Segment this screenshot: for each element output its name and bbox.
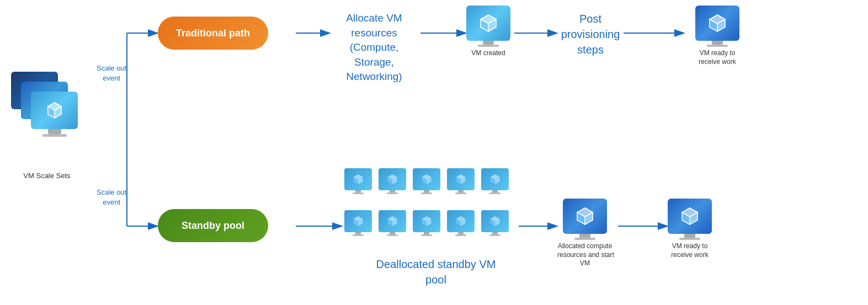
grid-vm-2 bbox=[376, 168, 408, 208]
vm-created-icon: VM created bbox=[466, 6, 510, 58]
cube-allocated bbox=[574, 205, 596, 227]
vm-created-monitor bbox=[466, 6, 510, 41]
grid-vm-5 bbox=[479, 168, 511, 208]
diagram: VM Scale Sets Scale out event Scale out … bbox=[0, 0, 868, 305]
standby-pool-pill: Standby pool bbox=[158, 209, 268, 242]
allocated-compute-monitor bbox=[563, 199, 607, 234]
cube-vm-ready-top bbox=[706, 12, 728, 34]
grid-vm-6 bbox=[342, 210, 374, 250]
cube-icon-front bbox=[45, 100, 65, 120]
deallocated-pool-label: Deallocated standby VM pool bbox=[353, 256, 519, 287]
allocate-vm-label: Allocate VM resources (Compute, Storage,… bbox=[330, 11, 418, 84]
grid-vm-7 bbox=[376, 210, 408, 250]
cube-vm-ready-bottom bbox=[679, 205, 701, 227]
scale-out-top-label: Scale out event bbox=[97, 63, 126, 83]
allocated-compute-icon: Allocated compute resources and start VM bbox=[557, 199, 613, 268]
scale-out-bottom-label: Scale out event bbox=[97, 188, 126, 207]
vm-ready-bottom-icon: VM ready to receive work bbox=[668, 199, 712, 259]
grid-vm-8 bbox=[411, 210, 443, 250]
vm-grid-standby bbox=[342, 168, 511, 250]
cube-vm-created bbox=[477, 12, 499, 34]
vm-ready-bottom-monitor bbox=[668, 199, 712, 234]
traditional-path-pill: Traditional path bbox=[158, 17, 268, 50]
vm-stack-front bbox=[31, 92, 78, 129]
grid-vm-1 bbox=[342, 168, 374, 208]
vm-scale-sets-label: VM Scale Sets bbox=[11, 171, 83, 181]
grid-vm-10 bbox=[479, 210, 511, 250]
vm-ready-top-monitor bbox=[695, 6, 739, 41]
grid-vm-3 bbox=[411, 168, 443, 208]
grid-vm-9 bbox=[445, 210, 477, 250]
post-provisioning-label: Post provisioning steps bbox=[557, 11, 624, 57]
grid-vm-4 bbox=[445, 168, 477, 208]
vm-ready-top-icon: VM ready to receive work bbox=[695, 6, 739, 66]
